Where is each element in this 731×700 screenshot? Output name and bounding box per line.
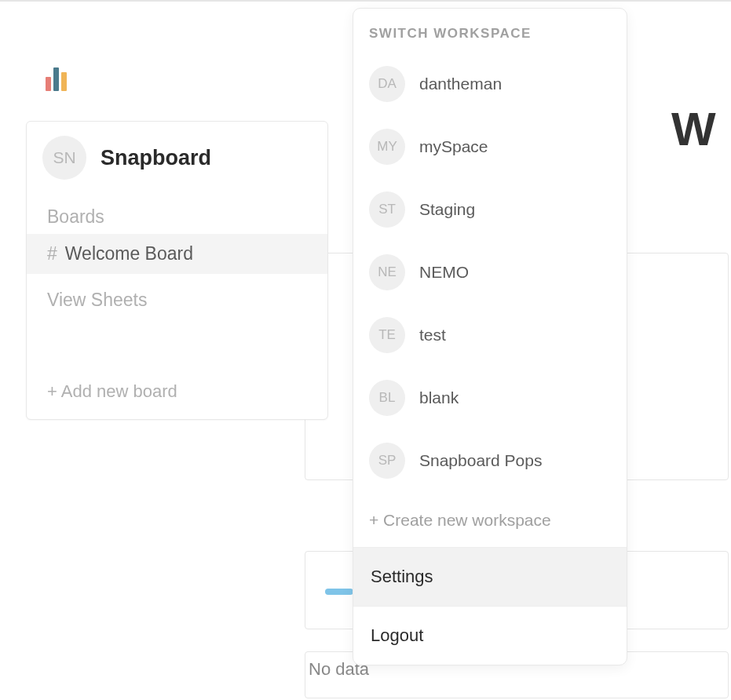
logo-bar-icon	[46, 77, 51, 91]
settings-button[interactable]: Settings	[353, 548, 627, 606]
sidebar-panel: SN Snapboard Boards # Welcome Board View…	[26, 121, 328, 420]
logo-bar-icon	[61, 72, 67, 91]
workspace-item-label: mySpace	[419, 137, 488, 156]
workspace-dropdown: SWITCH WORKSPACE DA dantheman MY mySpace…	[353, 8, 627, 665]
logout-button[interactable]: Logout	[353, 607, 627, 665]
workspace-item-label: NEMO	[419, 263, 469, 282]
avatar: ST	[369, 191, 405, 228]
avatar: BL	[369, 380, 405, 416]
workspace-item-label: test	[419, 326, 446, 345]
logo-bar-icon	[53, 67, 59, 91]
avatar: MY	[369, 129, 405, 165]
page-title: W	[671, 102, 716, 156]
workspace-item[interactable]: SP Snapboard Pops	[353, 429, 627, 492]
add-board-button[interactable]: + Add new board	[27, 366, 327, 419]
workspace-item[interactable]: NE NEMO	[353, 241, 627, 304]
avatar: SP	[369, 443, 405, 479]
workspace-item-label: Staging	[419, 200, 475, 219]
logo	[46, 66, 67, 91]
workspace-item-label: blank	[419, 388, 459, 407]
hash-icon: #	[47, 243, 57, 264]
dropdown-header: SWITCH WORKSPACE	[353, 9, 627, 53]
workspace-list: DA dantheman MY mySpace ST Staging NE NE…	[353, 53, 627, 497]
avatar: NE	[369, 254, 405, 290]
view-sheets-link[interactable]: View Sheets	[27, 274, 327, 326]
workspace-item[interactable]: DA dantheman	[353, 53, 627, 115]
workspace-item[interactable]: MY mySpace	[353, 115, 627, 178]
create-workspace-button[interactable]: + Create new workspace	[353, 497, 627, 547]
workspace-item-label: dantheman	[419, 75, 502, 93]
workspace-avatar: SN	[42, 136, 86, 180]
avatar: TE	[369, 317, 405, 353]
board-item[interactable]: # Welcome Board	[27, 234, 327, 274]
workspace-item-label: Snapboard Pops	[419, 451, 542, 470]
boards-section-label: Boards	[27, 194, 327, 234]
workspace-item[interactable]: ST Staging	[353, 178, 627, 241]
board-name: Welcome Board	[65, 243, 193, 264]
avatar: DA	[369, 66, 405, 102]
workspace-name: Snapboard	[101, 146, 211, 170]
workspace-header[interactable]: SN Snapboard	[27, 122, 327, 194]
blue-indicator	[325, 589, 353, 595]
workspace-item[interactable]: BL blank	[353, 366, 627, 429]
workspace-item[interactable]: TE test	[353, 304, 627, 366]
